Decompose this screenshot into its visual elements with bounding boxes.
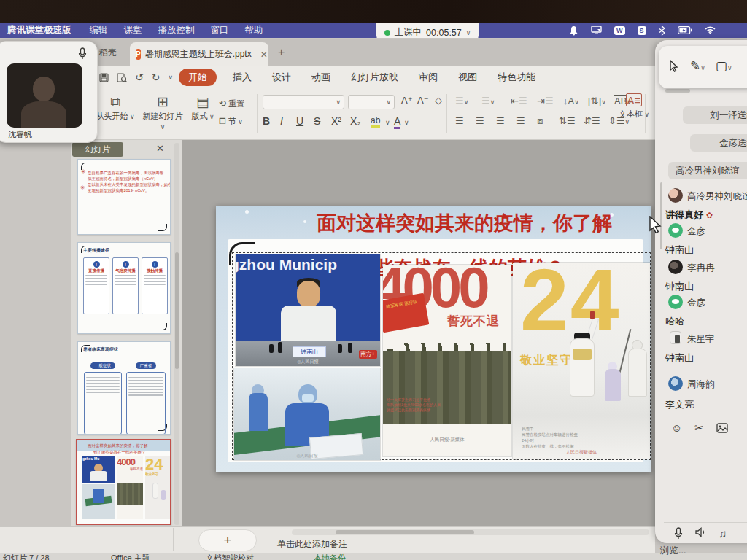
line-spacing-up-icon[interactable]: ⇅☰ — [559, 115, 576, 126]
tab-docer[interactable]: 稻壳 — [99, 47, 117, 59]
speaker-icon[interactable] — [695, 527, 706, 537]
justify-icon[interactable]: ☰ — [516, 115, 525, 126]
s-app-tray-icon[interactable]: S — [638, 26, 646, 35]
slide-title-line1[interactable]: 面对这样突如其来的疫情，你了解 — [317, 210, 612, 236]
menu-item-window[interactable]: 窗口 — [211, 24, 229, 36]
font-size-select[interactable]: ∨ — [348, 95, 395, 109]
bullet-list-icon[interactable]: ☰∨ — [455, 96, 468, 106]
increase-indent-icon[interactable]: ⇥☰ — [537, 96, 554, 106]
poster-24-image[interactable]: 24 敬业坚守 风雪中 民警在检疫站点对车辆进行检查 24小时 无数人在抗疫一线… — [513, 262, 650, 459]
browse-link[interactable]: 浏览... — [660, 545, 686, 557]
ribbon-tab-slideshow[interactable]: 幻灯片放映 — [351, 71, 398, 84]
slide-thumbnail-7-selected[interactable]: 面对这样突如其来的疫情，你了解 到了哪些奋战在一线的英雄？ gzhou Mu 4… — [76, 439, 171, 525]
menu-app-name[interactable]: 腾讯课堂极速版 — [7, 24, 71, 36]
ribbon-tab-review[interactable]: 审阅 — [419, 71, 438, 84]
add-slide-button[interactable]: + — [198, 529, 257, 551]
ribbon-tabs: ↺ ↻ ∨ 开始 插入 设计 动画 幻灯片放映 审阅 视图 特色功能 — [0, 66, 657, 88]
teacher-webcam-window[interactable]: 沈睿帆 — [0, 41, 98, 143]
panel-close-icon[interactable]: ✕ — [156, 143, 164, 154]
ribbon-tab-design[interactable]: 设计 — [272, 71, 291, 84]
line-spacing-options-icon[interactable]: [⇅]∨ — [588, 96, 606, 106]
slide-thumbnail-6[interactable]: 患者临床表现症状 一般症状 严重者 — [77, 341, 171, 435]
italic-button[interactable]: I — [280, 115, 283, 127]
menu-item-help[interactable]: 帮助 — [245, 24, 263, 36]
from-beginning-button[interactable]: ⧉ 从头开始 ∨ — [95, 93, 136, 122]
superscript-button[interactable]: X² — [331, 115, 341, 127]
font-color-dropdown-icon[interactable]: ∨ — [404, 119, 409, 126]
save-icon[interactable] — [99, 73, 109, 82]
slide-thumbnail-5[interactable]: 主要传播途径 ! 直接传播 ! 气溶胶传播 ! 接触传播 — [77, 242, 171, 334]
ribbon-tab-special[interactable]: 特色功能 — [498, 71, 535, 84]
chat-message: 讲得真好 ✿ — [665, 209, 713, 222]
menu-item-class[interactable]: 课堂 — [124, 24, 142, 36]
close-tab-icon[interactable]: ✕ — [260, 50, 268, 60]
numbered-list-icon[interactable]: ☰∨ — [481, 96, 495, 106]
proofing-status[interactable]: 文档智能校对 — [206, 553, 254, 560]
highlight-color-button[interactable]: ab — [371, 115, 380, 128]
bluetooth-icon[interactable] — [659, 26, 665, 36]
screenshot-scissors-icon[interactable]: ✂ — [694, 421, 704, 435]
notes-placeholder[interactable]: 单击此处添加备注 — [277, 538, 347, 551]
pen-tool-icon[interactable]: ✎∨ — [690, 58, 705, 74]
slide-canvas[interactable]: 面对这样突如其来的疫情，你了解 到了哪些奋战在一线的英雄？ gzhou Muni… — [216, 206, 651, 472]
battery-icon[interactable] — [678, 26, 692, 34]
theme-name[interactable]: Office 主题 — [111, 553, 150, 560]
wifi-icon[interactable] — [705, 26, 716, 34]
redo-icon[interactable]: ↻ — [152, 71, 160, 83]
font-color-button[interactable]: A — [394, 115, 400, 129]
new-tab-button[interactable]: + — [278, 46, 285, 59]
bold-button[interactable]: B — [263, 115, 270, 127]
chevron-down-icon[interactable]: ∨ — [466, 29, 471, 36]
section-button[interactable]: ⧠ 节 ∨ — [219, 112, 251, 130]
panel-scrollbar[interactable] — [174, 143, 179, 525]
cursor-tool-icon[interactable] — [669, 60, 680, 72]
avatar — [668, 223, 683, 238]
quick-access-more-icon[interactable]: ∨ — [168, 74, 173, 81]
zhongnanshan-image[interactable]: gzhou Municip 钟南山 南方+ ◎人民日报 — [236, 254, 380, 366]
emoji-icon[interactable]: ☺ — [671, 421, 682, 435]
font-name-select[interactable]: ∨ — [263, 95, 344, 109]
align-left-icon[interactable]: ☰ — [455, 115, 464, 126]
clear-format-icon[interactable]: ◇ — [435, 95, 442, 106]
decrease-indent-icon[interactable]: ⇤☰ — [511, 96, 527, 106]
backup-status[interactable]: 本地备份 — [314, 553, 346, 560]
distribute-text-icon[interactable]: ⧈ — [537, 115, 543, 127]
ribbon-tab-view[interactable]: 视图 — [458, 71, 477, 84]
print-preview-icon[interactable] — [117, 73, 127, 82]
document-tab-bar — [0, 39, 657, 66]
align-right-icon[interactable]: ☰ — [496, 115, 505, 126]
undo-icon[interactable]: ↺ — [135, 71, 144, 83]
text-direction-icon[interactable]: ↓A∨ — [563, 96, 579, 106]
subscript-button[interactable]: X₂ — [350, 115, 361, 127]
ribbon-tab-home[interactable]: 开始 — [179, 69, 217, 86]
panel-tab-slides[interactable]: 幻灯片 — [72, 142, 123, 157]
webcam-mic-icon[interactable] — [78, 47, 87, 60]
wps-tray-icon[interactable]: W — [614, 26, 625, 35]
new-slide-button[interactable]: ⊞ 新建幻灯片 ∨ — [140, 93, 185, 131]
highlight-dropdown-icon[interactable]: ∨ — [385, 119, 390, 126]
menu-item-edit[interactable]: 编辑 — [90, 24, 108, 36]
bell-icon[interactable] — [569, 26, 578, 36]
strikethrough-button[interactable]: S — [314, 115, 320, 127]
music-note-icon[interactable]: ♫ — [719, 527, 727, 540]
menu-item-playback[interactable]: 播放控制 — [158, 24, 195, 36]
align-center-icon[interactable]: ☰ — [476, 115, 484, 126]
reset-button[interactable]: ⟲ 重置 — [219, 95, 251, 112]
underline-button[interactable]: U — [296, 115, 303, 127]
ribbon-tab-animation[interactable]: 动画 — [311, 71, 330, 84]
line-spacing-down-icon[interactable]: ⇵☰ — [584, 115, 600, 126]
decrease-font-icon[interactable]: A⁻ — [417, 95, 429, 106]
layout-button[interactable]: ▤ 版式 ∨ — [188, 93, 217, 122]
image-icon[interactable] — [716, 423, 728, 433]
slide-thumbnail-4[interactable]: ✳ ✳ 是自然界广泛存在的一类病毒，因该病毒形 似王冠而得名，新型冠状病毒（nC… — [77, 159, 171, 235]
tab-document[interactable]: P 暑期感恩主题线上班会.pptx ✕ — [130, 42, 268, 66]
poster-4000-image[interactable]: 4000 誓死不退 陆军军医 医疗队 经中央军委主席习近平批准 军队抽组3批共4… — [383, 265, 511, 456]
screen-share-icon[interactable] — [591, 26, 602, 35]
microphone-icon[interactable] — [674, 527, 683, 540]
shape-tool-icon[interactable]: ▢∨ — [716, 58, 732, 74]
mask-factory-image[interactable]: ◎人民日报 — [234, 368, 380, 460]
ribbon-tab-insert[interactable]: 插入 — [233, 71, 252, 84]
increase-font-icon[interactable]: A⁺ — [401, 95, 413, 106]
text-box-button[interactable]: A≡ 文本框 ∨ — [613, 93, 655, 120]
notes-scrollbar[interactable] — [292, 529, 649, 535]
